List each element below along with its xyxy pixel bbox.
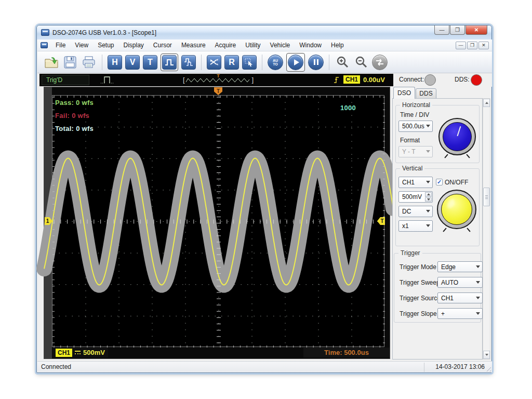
tab-dds[interactable]: DDS bbox=[416, 88, 436, 99]
close-button[interactable]: ✕ bbox=[466, 25, 487, 35]
pulse-icon bbox=[165, 59, 174, 66]
onoff-label: ON/OFF bbox=[445, 179, 468, 186]
spin-up-icon[interactable] bbox=[425, 192, 432, 197]
menu-view[interactable]: View bbox=[70, 40, 93, 50]
mdi-close-button[interactable]: ✕ bbox=[478, 42, 489, 49]
status-bar: Connected 14-03-2017 13:06 bbox=[37, 361, 492, 373]
trigger-level-value: 0.00uV bbox=[363, 76, 385, 84]
channel-badge: CH1 bbox=[56, 349, 72, 357]
dual-pulse-button[interactable] bbox=[181, 55, 196, 70]
dds-led bbox=[471, 74, 482, 86]
save-button[interactable] bbox=[62, 55, 78, 70]
trigger-status: Trig'D bbox=[42, 75, 89, 85]
vertical-button[interactable]: V bbox=[125, 55, 140, 70]
connection-area: Connect: DDS: bbox=[396, 73, 492, 87]
cursor-button[interactable] bbox=[242, 55, 257, 70]
menu-window[interactable]: Window bbox=[295, 40, 326, 50]
single-pulse-button-selected[interactable] bbox=[161, 54, 178, 71]
pass-count: Pass: 0 wfs bbox=[55, 99, 94, 107]
pause-button[interactable] bbox=[308, 55, 324, 70]
chevron-down-icon bbox=[426, 210, 430, 212]
refresh-button[interactable]: R bbox=[224, 55, 239, 70]
mdi-child-icon[interactable] bbox=[41, 42, 48, 48]
menu-vehicle[interactable]: Vehicle bbox=[265, 40, 295, 50]
menu-display[interactable]: Display bbox=[119, 40, 149, 50]
menu-cursor[interactable]: Cursor bbox=[149, 40, 177, 50]
probe-select[interactable]: x1 bbox=[398, 220, 433, 232]
desktop: DSO-2074G USB Ver1.0.3 - [Scope1] — ❐ ✕ … bbox=[0, 0, 532, 399]
menu-utility[interactable]: Utility bbox=[241, 40, 265, 50]
channel-select[interactable]: CH1 bbox=[398, 177, 433, 188]
mdi-restore-button[interactable]: ❐ bbox=[467, 42, 477, 49]
resize-grip[interactable] bbox=[485, 365, 491, 371]
trigger-position-marker[interactable]: T bbox=[214, 87, 222, 95]
onoff-checkbox[interactable]: ✓ bbox=[436, 179, 443, 185]
volts-per-div-value: 500mV bbox=[83, 349, 105, 356]
cursor-arrow-icon bbox=[245, 58, 254, 66]
volts-div-spinner[interactable]: 500mV bbox=[398, 191, 433, 203]
chevron-down-icon bbox=[476, 265, 480, 268]
auto-label: AUTO bbox=[272, 59, 278, 66]
printer-icon bbox=[82, 56, 96, 69]
mdi-minimize-button[interactable]: — bbox=[456, 42, 466, 49]
trigger-mode-label: Trigger Mode bbox=[400, 263, 436, 271]
coupling-select[interactable]: DC bbox=[398, 206, 433, 217]
waveform-preview[interactable]: [ ] T bbox=[183, 74, 254, 86]
panel-scrollbar[interactable] bbox=[483, 98, 490, 360]
time-div-select[interactable]: 500.0us bbox=[398, 121, 433, 132]
title-bar[interactable]: DSO-2074G USB Ver1.0.3 - [Scope1] — ❐ ✕ bbox=[37, 25, 491, 39]
autoset-button[interactable]: AUTO bbox=[268, 55, 283, 70]
trigger-slope-select[interactable]: + bbox=[437, 308, 483, 319]
scroll-down-button[interactable] bbox=[483, 351, 490, 359]
trigger-source-label: Trigger Source bbox=[400, 295, 441, 302]
menu-file[interactable]: File bbox=[51, 40, 70, 50]
toolbar-separator bbox=[329, 55, 329, 70]
scroll-thumb[interactable] bbox=[483, 188, 490, 206]
bracket-left: [ bbox=[183, 76, 185, 84]
trigger-source-select[interactable]: CH1 bbox=[437, 292, 483, 303]
minimize-button[interactable]: — bbox=[434, 25, 449, 35]
chevron-down-icon bbox=[476, 281, 480, 284]
toolbar-separator bbox=[262, 55, 262, 70]
vertical-knob[interactable] bbox=[437, 190, 476, 229]
menu-bar: File View Setup Display Cursor Measure A… bbox=[37, 39, 492, 51]
horizontal-legend: Horizontal bbox=[400, 101, 432, 109]
format-select[interactable]: Y - T bbox=[398, 146, 433, 157]
transfer-button[interactable] bbox=[372, 55, 388, 70]
maximize-button[interactable]: ❐ bbox=[450, 25, 465, 35]
pulse-indicator-icon bbox=[100, 75, 121, 87]
menu-measure[interactable]: Measure bbox=[177, 40, 210, 50]
menu-acquire[interactable]: Acquire bbox=[210, 40, 241, 50]
scroll-up-button[interactable] bbox=[483, 99, 490, 107]
menu-setup[interactable]: Setup bbox=[93, 40, 118, 50]
total-count: Total: 0 wfs bbox=[55, 125, 94, 132]
trigger-sweep-label: Trigger Sweep bbox=[400, 279, 440, 286]
trigger-legend: Trigger bbox=[398, 249, 422, 257]
channel-scale-readout: CH1 500mV bbox=[52, 348, 108, 357]
horizontal-button[interactable]: H bbox=[108, 55, 122, 70]
preview-trigger-marker[interactable]: T bbox=[217, 73, 220, 78]
print-button[interactable] bbox=[81, 55, 97, 70]
save-floppy-icon bbox=[63, 56, 77, 69]
measure-button[interactable]: + bbox=[207, 55, 221, 70]
menu-help[interactable]: Help bbox=[326, 40, 349, 50]
waveform-plot bbox=[52, 96, 385, 348]
trigger-sweep-select[interactable]: AUTO bbox=[437, 277, 483, 288]
datetime: 14-03-2017 13:06 bbox=[435, 363, 485, 370]
format-label: Format bbox=[400, 137, 420, 144]
trigger-button[interactable]: T bbox=[143, 55, 157, 70]
zoom-out-button[interactable] bbox=[353, 55, 369, 70]
zoom-in-icon bbox=[336, 56, 349, 69]
fail-count: Fail: 0 wfs bbox=[55, 112, 89, 119]
trigger-channel-badge: CH1 bbox=[343, 75, 360, 84]
spin-down-icon[interactable] bbox=[425, 197, 432, 202]
horizontal-knob[interactable] bbox=[438, 118, 476, 155]
open-button[interactable] bbox=[44, 55, 59, 70]
trigger-mode-select[interactable]: Edge bbox=[437, 261, 483, 272]
trigger-group: Trigger Trigger Mode Edge Trigger Sweep … bbox=[394, 253, 481, 323]
chevron-down-icon bbox=[426, 181, 430, 183]
zoom-in-button[interactable] bbox=[335, 55, 350, 70]
horizontal-group: Horizontal Time / DIV 500.0us Format Y -… bbox=[395, 105, 480, 163]
tab-dso[interactable]: DSO bbox=[393, 87, 415, 99]
run-button-selected[interactable] bbox=[286, 53, 305, 72]
